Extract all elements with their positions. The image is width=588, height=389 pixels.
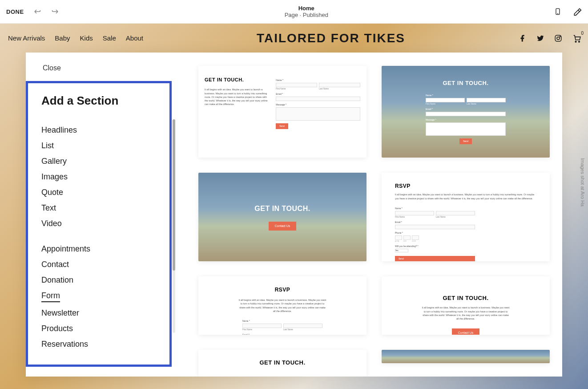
send-btn: Send [459, 138, 472, 144]
sublabel: First Name [395, 216, 434, 219]
template-rsvp-center[interactable]: RSVP It all begins with an idea. Maybe y… [198, 276, 366, 335]
cart-icon[interactable]: 0 [572, 34, 580, 42]
site-canvas: New Arrivals Baby Kids Sale About TAILOR… [0, 24, 588, 389]
svg-point-4 [557, 37, 560, 40]
field-label: Email * [242, 333, 322, 335]
tpl-title: GET IN TOUCH. [205, 77, 268, 83]
undo-redo-group [33, 7, 60, 16]
field-label: Name * [276, 79, 360, 82]
sublabel: First Name [276, 88, 317, 90]
sublabel: Last Name [467, 103, 506, 105]
tpl-title: GET IN TOUCH. [443, 79, 488, 87]
cat-gallery[interactable]: Gallery [41, 157, 156, 166]
nav-kids[interactable]: Kids [80, 34, 93, 42]
field-label: Message * [426, 118, 506, 122]
sublabel: Last Name [283, 328, 322, 331]
topbar-right [553, 7, 582, 16]
sublabel: First Name [242, 328, 282, 331]
editor-topbar: DONE Home Page · Published [0, 0, 588, 24]
template-getintouch-bgimage[interactable]: GET IN TOUCH. Name * First NameLast Name… [382, 66, 550, 158]
site-nav: New Arrivals Baby Kids Sale About [8, 34, 143, 42]
site-social: 0 [519, 34, 580, 42]
tpl-title: GET IN TOUCH. [212, 359, 353, 367]
field-label: Name * [426, 94, 506, 97]
panel-title: Add a Section [41, 94, 156, 108]
nav-baby[interactable]: Baby [55, 34, 70, 42]
tpl-title: GET IN TOUCH. [254, 204, 310, 214]
cat-appointments[interactable]: Appointments [41, 244, 156, 254]
sublabel: ### [403, 240, 411, 243]
page-status: Page · Published [285, 12, 328, 18]
field-label: Will you be attending? * [395, 245, 475, 248]
section-categories-panel: Add a Section Headlines List Gallery Ima… [26, 81, 172, 367]
template-cutoff[interactable]: GET IN TOUCH. [198, 350, 366, 377]
send-btn: Send [276, 123, 288, 129]
topbar-left: DONE [6, 7, 60, 16]
tpl-title: RSVP [212, 286, 353, 294]
cat-quote[interactable]: Quote [41, 188, 156, 197]
undo-icon[interactable] [33, 7, 42, 16]
close-button[interactable]: Close [43, 64, 61, 72]
contact-btn: Contact Us [269, 222, 297, 231]
tpl-desc: It all begins with an idea. Maybe you wa… [421, 306, 510, 320]
field-label: Email * [395, 221, 475, 224]
svg-point-7 [579, 41, 580, 42]
instagram-icon[interactable] [554, 34, 562, 42]
paint-brush-icon[interactable] [573, 7, 582, 16]
template-getintouch-split[interactable]: GET IN TOUCH. It all begins with an idea… [198, 66, 366, 158]
sublabel: Last Name [436, 216, 475, 219]
redo-icon[interactable] [51, 7, 60, 16]
sublabel: #### [412, 240, 419, 243]
template-cutoff-2[interactable] [382, 350, 550, 363]
twitter-icon[interactable] [536, 34, 544, 42]
section-picker-modal: Close Add a Section Headlines List Galle… [26, 53, 562, 377]
topbar-center: Home Page · Published [285, 5, 328, 18]
cat-images[interactable]: Images [41, 172, 156, 182]
site-logo[interactable]: TAILORED FOR TIKES [257, 31, 405, 45]
field-label: Name * [242, 320, 322, 323]
image-credit: Images shot at Aro Ha [580, 158, 585, 207]
cat-headlines[interactable]: Headlines [41, 126, 156, 135]
section-sidebar: Close Add a Section Headlines List Galle… [26, 53, 172, 377]
done-button[interactable]: DONE [6, 8, 24, 15]
facebook-icon[interactable] [519, 34, 527, 42]
tpl-desc: It all begins with an idea. Maybe you wa… [395, 193, 536, 200]
cat-reservations[interactable]: Reservations [41, 340, 156, 349]
site-header: New Arrivals Baby Kids Sale About TAILOR… [0, 24, 588, 53]
cat-form[interactable]: Form [41, 291, 60, 302]
field-label: Email * [276, 93, 360, 96]
contact-btn: Contact Us [452, 328, 480, 335]
svg-point-5 [560, 36, 560, 37]
sublabel: First Name [426, 103, 465, 105]
cart-count: 0 [581, 31, 584, 36]
template-preview-grid[interactable]: GET IN TOUCH. It all begins with an idea… [172, 53, 562, 377]
template-getintouch-cta[interactable]: GET IN TOUCH. It all begins with an idea… [382, 276, 550, 335]
cat-video[interactable]: Video [41, 219, 156, 228]
tpl-desc: It all begins with an idea. Maybe you wa… [205, 88, 268, 106]
cat-products[interactable]: Products [41, 324, 156, 333]
field-label: Email * [426, 108, 506, 111]
nav-sale[interactable]: Sale [103, 34, 116, 42]
sublabel: Last Name [319, 88, 360, 90]
category-list: Headlines List Gallery Images Quote Text… [41, 126, 156, 359]
cat-list[interactable]: List [41, 141, 156, 150]
cat-donation[interactable]: Donation [41, 276, 156, 285]
send-btn: Send [395, 256, 475, 262]
svg-line-2 [578, 10, 580, 12]
cat-newsletter[interactable]: Newsletter [41, 308, 156, 318]
template-rsvp-left[interactable]: RSVP It all begins with an idea. Maybe y… [382, 173, 550, 261]
select: Yes [395, 249, 408, 252]
mobile-preview-icon[interactable] [553, 7, 562, 16]
svg-point-6 [575, 41, 576, 42]
template-getintouch-banner[interactable]: GET IN TOUCH. Contact Us [198, 173, 366, 261]
sublabel: (###) [395, 240, 402, 243]
cat-text[interactable]: Text [41, 203, 156, 213]
page-title: Home [285, 5, 328, 12]
field-label: Name * [395, 207, 475, 210]
nav-about[interactable]: About [126, 34, 143, 42]
cat-contact[interactable]: Contact [41, 260, 156, 269]
nav-new-arrivals[interactable]: New Arrivals [8, 34, 45, 42]
tpl-desc: It all begins with an idea. Maybe you wa… [238, 298, 327, 313]
tpl-title: GET IN TOUCH. [391, 294, 541, 302]
field-label: Phone * [395, 231, 475, 235]
